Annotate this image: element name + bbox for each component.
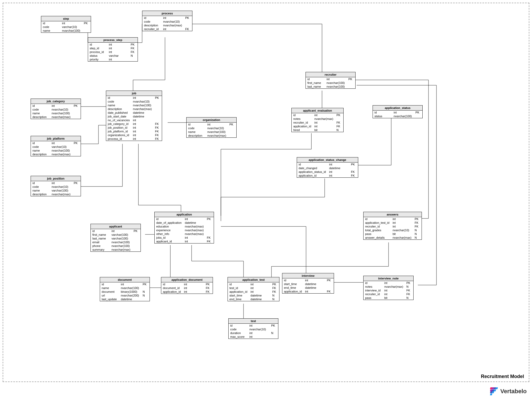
column-name: id — [161, 282, 182, 286]
entity-job: jobidintPKcodenvarchar(10)namenvarchar(1… — [106, 91, 162, 141]
column-name: first_name — [91, 233, 110, 237]
column-name: code — [229, 327, 248, 331]
column-key — [141, 297, 150, 301]
column-key: PK — [347, 77, 355, 81]
column-row: namenvarchar(100) — [31, 111, 81, 115]
column-key: PK — [82, 21, 91, 25]
entity-title: job — [106, 91, 162, 96]
column-row: idintPK — [88, 43, 138, 46]
column-key: FK — [271, 290, 279, 294]
column-name: interview_id — [364, 289, 383, 292]
column-type: int — [107, 46, 129, 50]
column-key: FK — [335, 121, 343, 124]
column-name: id — [31, 141, 50, 145]
column-type: bit — [391, 232, 413, 236]
column-key: FK — [349, 170, 358, 174]
column-type: nvarchar(max) — [206, 134, 228, 137]
entity-title: applicant_evaluation — [292, 108, 343, 113]
column-type: nvarchar(10) — [131, 100, 154, 103]
column-row: date_of_applicationdatetime — [155, 221, 214, 225]
column-type: int — [60, 21, 82, 25]
column-type: int — [183, 239, 205, 243]
column-name: job_position_id — [106, 126, 131, 129]
column-key: FK — [129, 50, 138, 54]
column-type: int — [328, 170, 349, 174]
column-key — [72, 111, 81, 115]
column-row: namevarchar(100) — [31, 189, 81, 192]
erd-canvas: stepidintPKcodevarchar(10)namenvarchar(1… — [0, 0, 532, 398]
column-name: job_category_id — [106, 122, 131, 126]
column-row: job_platform_idintFK — [106, 129, 162, 133]
entity-application_status: application_statusidintPKstatusnvarchar(… — [373, 105, 423, 118]
entity-title: answers — [364, 212, 422, 217]
column-name: pass — [364, 296, 383, 300]
column-type: nvarchar(100) — [110, 244, 132, 248]
entity-title: interview_note — [364, 276, 413, 281]
column-row: process_idintFK — [106, 137, 162, 141]
column-name: status — [373, 114, 392, 118]
column-name: application_test_id — [364, 221, 391, 225]
column-key — [153, 103, 162, 107]
column-type: int — [131, 133, 154, 137]
column-name: date_published — [106, 111, 131, 115]
column-key — [72, 189, 81, 192]
entity-title: interview — [282, 273, 334, 278]
column-name: name — [31, 111, 50, 115]
column-row: no_of_vacanciesint — [106, 118, 162, 122]
column-name: description — [31, 152, 50, 156]
column-key: PK — [335, 113, 343, 117]
column-name: education — [155, 225, 183, 228]
column-key — [132, 233, 141, 237]
entity-process: processidintPKcodenvarchar(10)descriptio… — [142, 11, 192, 31]
column-key: FK — [153, 122, 162, 126]
column-row: job_category_idintFK — [106, 122, 162, 126]
column-name: step_id — [88, 46, 107, 50]
column-type: int — [162, 27, 184, 31]
column-name: pass — [364, 232, 391, 236]
entity-answers: answersidintPKapplication_test_idintFKre… — [363, 212, 422, 240]
column-type: nvarchar(10) — [206, 126, 228, 130]
column-type: bit — [383, 296, 405, 300]
column-name: description — [142, 23, 162, 27]
column-name: first_name — [306, 81, 325, 85]
column-type: int — [303, 290, 325, 293]
column-key: N — [413, 232, 422, 236]
column-key: FK — [153, 126, 162, 129]
column-type: nvarchar(100) — [110, 240, 132, 244]
column-row: passbitN — [364, 232, 422, 236]
column-key: FK — [129, 46, 138, 50]
column-name: duration — [229, 331, 248, 335]
column-row: codenvarchar(10) — [187, 126, 236, 130]
column-name: application_id — [282, 290, 303, 293]
column-row: idintPK — [228, 282, 279, 286]
column-type: datetime — [328, 166, 349, 170]
column-row: application_idintFK — [161, 290, 213, 294]
column-key — [153, 107, 162, 111]
column-key — [349, 166, 358, 170]
column-name: id — [91, 229, 110, 233]
column-row: idintPK — [282, 278, 334, 282]
column-key: N — [141, 290, 150, 294]
column-key — [82, 25, 91, 29]
column-name: code — [31, 185, 50, 189]
column-type: int — [110, 229, 132, 233]
column-name: total_grades — [364, 228, 391, 232]
column-name: id — [282, 278, 303, 282]
entity-title: job_category — [31, 99, 81, 104]
entity-process_step: process_stepidintPKstep_idintFKprocess_i… — [88, 37, 138, 62]
column-type: nvarchar(max) — [50, 152, 72, 156]
column-key: N — [141, 294, 150, 297]
entity-application: applicationidintPKdate_of_applicationdat… — [154, 212, 214, 243]
column-name: id — [41, 21, 60, 25]
column-row: total_gradesnvarchar(10)N — [364, 228, 422, 232]
column-row: codenvarchar(10) — [106, 100, 162, 103]
entity-recruiter: recruiteridintPKfirst_namenvarchar(100)l… — [306, 72, 356, 89]
column-name: code — [31, 145, 50, 149]
column-name: process_id — [106, 137, 131, 141]
column-row: namenvarchar(100) — [100, 286, 150, 290]
column-key: PK — [414, 111, 422, 114]
column-row: namenvarchar(100) — [31, 149, 81, 152]
column-row: last_updatedatetime — [100, 297, 150, 301]
column-row: recruiter_idintFK — [142, 27, 192, 31]
column-type: int — [162, 16, 184, 20]
